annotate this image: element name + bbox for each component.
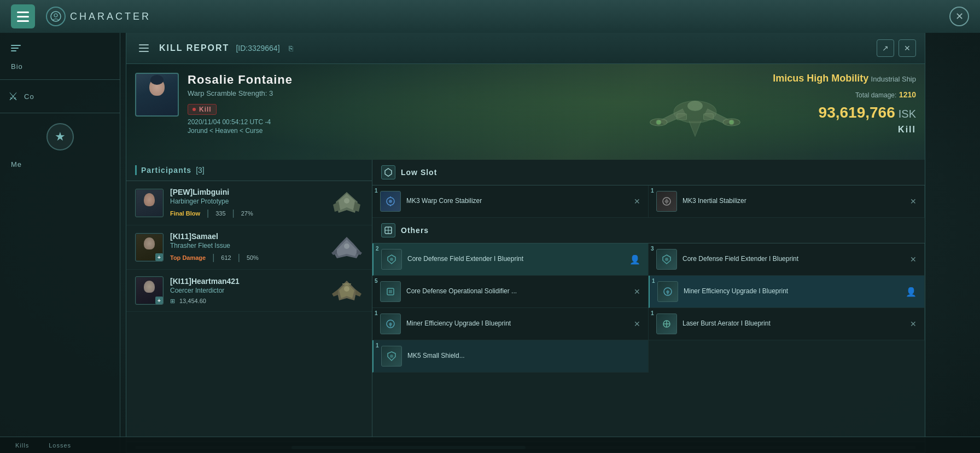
participants-title: Participants [141, 166, 191, 175]
header-actions: ↗ ✕ [877, 39, 916, 57]
tab-kills[interactable]: Kills [11, 440, 33, 451]
participants-count: [3] [196, 166, 205, 175]
ship-icon-coercer [330, 278, 363, 303]
module-icon-core-defense-2 [656, 249, 677, 270]
participant-item[interactable]: [PEW]Limbguini Harbinger Prototype Final… [126, 181, 372, 225]
ship-icon-thrasher [330, 235, 363, 260]
hamburger-icon [11, 45, 21, 51]
hero-content: Rosalie Fontaine Warp Scramble Strength:… [126, 64, 925, 160]
kill-report-id: [ID:3329664] [236, 44, 279, 53]
ship-icon-harbinger [330, 191, 363, 216]
fitting-qty: 1 [652, 278, 655, 284]
module-name-inertial: MK3 Inertial Stabilizer [682, 197, 905, 206]
participants-border-accent [135, 165, 137, 175]
fitting-item-solidifier[interactable]: 5 Core Defense Operational Solidifier ..… [372, 276, 649, 308]
participants-panel: Participants [3] [PEW]Limbguini Harbinge… [126, 160, 372, 442]
sidebar-item-bio[interactable]: Bio [0, 58, 120, 75]
module-name-miner-eff-2: Miner Efficiency Upgrade I Blueprint [406, 320, 628, 328]
participant-item[interactable]: + [KI11]Samael Thrasher Fleet Issue Top … [126, 225, 372, 270]
kill-result: Kill [773, 125, 916, 135]
low-slot-title: Low Slot [401, 168, 437, 177]
fitting-close-icon[interactable]: ✕ [910, 197, 917, 206]
participant-name-samael: [KI11]Samael [170, 232, 324, 241]
participant-item[interactable]: + [KI11]Heartman421 Coercer Interdictor … [126, 270, 372, 312]
kill-type-badge: Kill [188, 104, 217, 115]
copy-icon[interactable]: ⎘ [289, 44, 293, 53]
fitting-close-icon[interactable]: ✕ [634, 320, 640, 328]
fitting-item-miner-eff-1[interactable]: 1 Miner Efficiency Upgrade I Blueprint 👤 [649, 276, 925, 308]
others-slot-items: 2 Core Defense Field Extender I Blueprin… [372, 243, 925, 373]
menu-button[interactable] [11, 4, 35, 28]
fittings-panel: Low Slot 1 MK3 Warp Core Stabilizer [372, 160, 925, 442]
module-icon-miner-eff-2 [380, 313, 401, 334]
others-header: Others [372, 218, 925, 243]
kill-report-panel: KILL REPORT [ID:3329664] ⎘ ↗ ✕ Rosalie F… [126, 33, 925, 453]
low-slot-icon [381, 165, 395, 179]
module-name-mk5-shield: MK5 Small Shield... [407, 352, 640, 361]
isk-unit: ISK [899, 108, 916, 120]
sidebar-item-combat[interactable]: ⚔ Co [0, 84, 120, 108]
module-icon-core-defense-1 [381, 249, 402, 270]
thrasher-ship-svg [330, 235, 363, 260]
fitting-item-mk5-shield[interactable]: 1 MK5 Small Shield... [372, 340, 649, 373]
svg-rect-6 [677, 114, 687, 120]
sidebar-menu-icon[interactable] [0, 38, 120, 58]
external-link-button[interactable]: ↗ [877, 39, 894, 57]
star-icon: ★ [55, 130, 66, 144]
fitting-close-icon[interactable]: ✕ [910, 320, 917, 328]
svg-point-9 [729, 120, 734, 125]
participant-ship-limbguini: Harbinger Prototype [170, 198, 324, 205]
participant-avatar-heartman: + [135, 276, 164, 305]
character-icon [46, 7, 66, 26]
kr-main-content: Participants [3] [PEW]Limbguini Harbinge… [126, 160, 925, 442]
participant-stats-heartman: ⊞ 13,454.60 [170, 298, 324, 305]
fitting-close-icon[interactable]: ✕ [910, 255, 917, 264]
combat-icon: ⚔ [8, 90, 19, 103]
coercer-ship-svg [330, 278, 363, 303]
kill-report-hero: Rosalie Fontaine Warp Scramble Strength:… [126, 64, 925, 160]
sidebar-star-button[interactable]: ★ [46, 123, 74, 150]
app-close-button[interactable]: ✕ [949, 7, 969, 26]
kr-close-icon: ✕ [904, 44, 911, 53]
fitting-item-laser-burst[interactable]: 1 Laser Burst Aerator I Blueprint ✕ [649, 308, 925, 340]
module-icon-laser-burst [656, 313, 677, 334]
svg-marker-26 [385, 169, 392, 176]
svg-marker-23 [355, 289, 361, 297]
participant-damage-heartman: 13,454.60 [179, 298, 206, 304]
fitting-qty: 2 [376, 246, 379, 252]
svg-marker-22 [332, 289, 338, 297]
kr-close-button[interactable]: ✕ [899, 39, 916, 57]
sidebar-divider-1 [0, 79, 120, 80]
left-sidebar: Bio ⚔ Co ★ Me [0, 33, 120, 453]
isk-value: 93,619,766 [819, 104, 895, 121]
plus-badge-samael: + [155, 253, 163, 261]
module-name-warp-core: MK3 Warp Core Stabilizer [406, 197, 628, 206]
tab-losses[interactable]: Losses [44, 440, 75, 451]
top-bar: CHARACTER ✕ [0, 0, 980, 33]
sidebar-item-me[interactable]: Me [0, 156, 120, 173]
fitting-qty: 1 [375, 310, 378, 316]
app-title: CHARACTER [70, 11, 151, 22]
kill-report-title: KILL REPORT [159, 43, 229, 53]
kr-menu-button[interactable] [135, 39, 153, 57]
module-name-core-defense-2: Core Defense Field Extender I Blueprint [682, 255, 905, 264]
module-name-solidifier: Core Defense Operational Solidifier ... [406, 287, 628, 296]
external-link-icon: ↗ [882, 44, 889, 53]
fitting-item-core-defense-2[interactable]: 3 Core Defense Field Extender I Blueprin… [649, 243, 925, 276]
fitting-item-warp-core[interactable]: 1 MK3 Warp Core Stabilizer ✕ [372, 185, 649, 218]
fitting-close-icon[interactable]: ✕ [634, 287, 640, 296]
fitting-close-icon[interactable]: ✕ [634, 197, 640, 206]
ship-type: Industrial Ship [871, 75, 916, 83]
harbinger-ship-svg [330, 191, 363, 216]
fitting-qty: 1 [375, 188, 378, 194]
svg-point-5 [688, 101, 703, 111]
fitting-item-inertial[interactable]: 1 MK3 Inertial Stabilizer ✕ [649, 185, 925, 218]
svg-marker-32 [664, 199, 669, 204]
svg-rect-7 [704, 114, 714, 120]
others-icon [381, 223, 395, 237]
total-damage-label: Total damage: [855, 91, 896, 99]
svg-point-36 [390, 258, 393, 261]
fitting-item-miner-eff-2[interactable]: 1 Miner Efficiency Upgrade I Blueprint ✕ [372, 308, 649, 340]
fitting-item-core-defense-1[interactable]: 2 Core Defense Field Extender I Blueprin… [372, 243, 649, 276]
total-damage-value: 1210 [899, 90, 916, 99]
